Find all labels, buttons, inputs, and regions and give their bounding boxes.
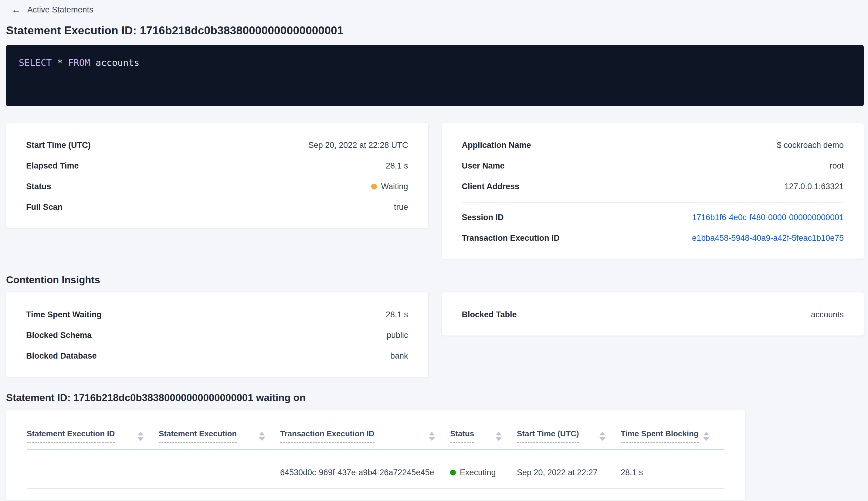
sort-icon[interactable] [259,432,265,441]
row-value: $ cockroach demo [777,140,844,150]
column-label: Status [450,429,474,443]
row-value: Sep 20, 2022 at 22:28 UTC [308,140,408,150]
row-label: Full Scan [26,202,63,212]
waiting-dot-icon [371,184,377,190]
sql-keyword: SELECT [19,57,57,68]
transaction-execution-id-link[interactable]: e1bba458-5948-40a9-a42f-5feac1b10e75 [692,233,844,243]
cell-start-time: Sep 20, 2022 at 22:27 [517,450,621,488]
sql-operator: * [57,57,68,68]
row-value: true [394,202,408,212]
cell-transaction-execution-id: 64530d0c-969f-437e-a9b4-26a72245e45e [280,450,450,488]
sort-icon[interactable] [429,432,435,441]
row-value: root [829,161,844,171]
row-value: 127.0.0.1:63321 [784,181,844,192]
row-blocked-schema: Blocked Schema public [26,330,408,340]
column-label: Time Spent Blocking [621,429,699,443]
sql-identifier: accounts [96,57,140,68]
table-row: 64530d0c-969f-437e-a9b4-26a72245e45e Exe… [27,450,725,488]
row-value: bank [390,351,408,361]
sort-icon[interactable] [703,432,709,441]
waiting-on-heading: Statement ID: 1716b218dc0b38380000000000… [6,392,864,404]
row-label: Time Spent Waiting [26,309,102,320]
row-blocked-database: Blocked Database bank [26,351,408,361]
col-statement-execution-id[interactable]: Statement Execution ID [27,410,159,450]
row-label: User Name [462,161,505,171]
row-value: accounts [811,309,844,320]
column-label: Statement Execution [159,429,237,443]
col-status[interactable]: Status [450,410,517,450]
status-text: Waiting [381,181,408,192]
row-application-name: Application Name $ cockroach demo [462,140,844,150]
sql-keyword: FROM [68,57,96,68]
row-client-address: Client Address 127.0.0.1:63321 [462,181,844,192]
row-blocked-table: Blocked Table accounts [462,309,844,320]
row-label: Status [26,181,51,192]
back-link[interactable]: ← Active Statements [6,4,864,16]
session-card: Application Name $ cockroach demo User N… [442,123,864,259]
top-cards: Start Time (UTC) Sep 20, 2022 at 22:28 U… [6,123,864,259]
status-text: Executing [460,468,496,477]
contention-cards: Time Spent Waiting 28.1 s Blocked Schema… [6,292,864,377]
row-session-id: Session ID 1716b1f6-4e0c-f480-0000-00000… [462,212,844,223]
page-title: Statement Execution ID: 1716b218dc0b3838… [6,24,864,37]
row-user-name: User Name root [462,161,844,171]
sql-statement: SELECT * FROM accounts [19,57,139,68]
contention-insights-heading: Contention Insights [6,274,864,286]
row-time-spent-waiting: Time Spent Waiting 28.1 s [26,309,408,320]
row-start-time: Start Time (UTC) Sep 20, 2022 at 22:28 U… [26,140,408,150]
row-value: 28.1 s [386,309,408,320]
col-start-time[interactable]: Start Time (UTC) [517,410,621,450]
back-arrow-icon: ← [12,5,21,14]
contention-card: Time Spent Waiting 28.1 s Blocked Schema… [6,292,428,377]
row-transaction-execution-id: Transaction Execution ID e1bba458-5948-4… [462,233,844,243]
card-divider [462,202,844,203]
sql-box: SELECT * FROM accounts [6,45,864,106]
sort-icon[interactable] [496,432,502,441]
cell-statement-execution-id [27,450,159,488]
col-statement-execution[interactable]: Statement Execution [159,410,280,450]
col-time-spent-blocking[interactable]: Time Spent Blocking [621,410,725,450]
waiting-statements-table-card: Statement Execution ID Statement Executi… [6,410,745,500]
row-elapsed-time: Elapsed Time 28.1 s [26,161,408,171]
session-id-link[interactable]: 1716b1f6-4e0c-f480-0000-000000000001 [692,212,844,223]
row-value: public [387,330,408,340]
cell-statement-execution [159,450,280,488]
row-label: Start Time (UTC) [26,140,91,150]
sort-icon[interactable] [138,432,143,441]
row-value: 28.1 s [386,161,408,171]
column-label: Statement Execution ID [27,429,115,443]
column-label: Transaction Execution ID [280,429,375,443]
row-label: Application Name [462,140,531,150]
back-link-label: Active Statements [27,5,94,14]
cell-status: Executing [450,450,517,488]
status-badge: Waiting [371,181,408,192]
cell-time-spent-blocking: 28.1 s [621,450,725,488]
overview-card: Start Time (UTC) Sep 20, 2022 at 22:28 U… [6,123,428,228]
sort-icon[interactable] [599,432,606,441]
row-full-scan: Full Scan true [26,202,408,212]
row-label: Blocked Schema [26,330,92,340]
executing-dot-icon [450,470,456,476]
waiting-statements-table: Statement Execution ID Statement Executi… [27,410,725,489]
row-status: Status Waiting [26,181,408,192]
blocked-table-card: Blocked Table accounts [442,292,864,335]
row-label: Elapsed Time [26,161,79,171]
table-header-row: Statement Execution ID Statement Executi… [27,410,725,450]
column-label: Start Time (UTC) [517,429,579,443]
row-label: Transaction Execution ID [462,233,560,243]
col-transaction-execution-id[interactable]: Transaction Execution ID [280,410,450,450]
row-label: Blocked Database [26,351,97,361]
row-label: Session ID [462,212,504,223]
page: ← Active Statements Statement Execution … [0,0,868,500]
row-label: Blocked Table [462,309,517,320]
row-label: Client Address [462,181,520,192]
